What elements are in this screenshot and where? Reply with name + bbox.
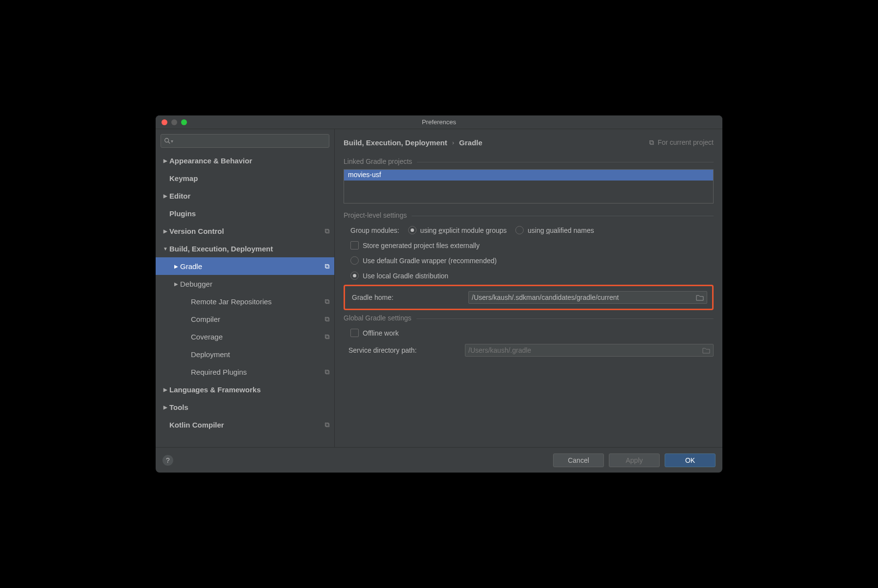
sidebar-item-label: Editor bbox=[169, 192, 330, 200]
radio-use-local[interactable]: Use local Gradle distribution bbox=[350, 271, 448, 280]
sidebar-item-required-plugins[interactable]: Required Plugins bbox=[156, 363, 334, 381]
sidebar-item-coverage[interactable]: Coverage bbox=[156, 328, 334, 345]
gradle-home-input[interactable]: /Users/kaush/.sdkman/candidates/gradle/c… bbox=[468, 291, 707, 304]
checkbox-store-external[interactable]: Store generated project files externally bbox=[350, 241, 480, 249]
sidebar-item-compiler[interactable]: Compiler bbox=[156, 310, 334, 328]
breadcrumb-leaf: Gradle bbox=[459, 138, 483, 147]
apply-button[interactable]: Apply bbox=[609, 453, 660, 467]
settings-tree: ▶Appearance & BehaviorKeymap▶EditorPlugi… bbox=[156, 152, 334, 447]
search-icon bbox=[164, 137, 171, 144]
svg-rect-13 bbox=[326, 371, 329, 374]
sidebar-item-label: Compiler bbox=[191, 315, 322, 323]
sidebar-item-label: Tools bbox=[169, 403, 330, 411]
sidebar-item-remote-jar-repositories[interactable]: Remote Jar Repositories bbox=[156, 293, 334, 310]
group-modules-row: Group modules: using explicit module gro… bbox=[344, 226, 714, 234]
sidebar-item-keymap[interactable]: Keymap bbox=[156, 169, 334, 187]
breadcrumb: Build, Execution, Deployment › Gradle Fo… bbox=[344, 135, 714, 150]
chevron-right-icon: ▶ bbox=[162, 228, 169, 234]
svg-rect-14 bbox=[325, 423, 328, 426]
sidebar: ▾ ▶Appearance & BehaviorKeymap▶EditorPlu… bbox=[156, 129, 335, 447]
service-dir-input[interactable]: /Users/kaush/.gradle bbox=[465, 344, 714, 357]
svg-rect-2 bbox=[325, 229, 328, 232]
sidebar-item-label: Debugger bbox=[180, 280, 330, 288]
sidebar-item-label: Required Plugins bbox=[191, 368, 322, 376]
sidebar-item-languages-frameworks[interactable]: ▶Languages & Frameworks bbox=[156, 381, 334, 398]
main-panel: Build, Execution, Deployment › Gradle Fo… bbox=[335, 129, 722, 447]
radio-explicit-groups[interactable]: using explicit module groups bbox=[408, 226, 507, 234]
project-scope-icon bbox=[324, 334, 330, 340]
radio-qualified-names[interactable]: using qualified names bbox=[515, 226, 594, 234]
radio-default-wrapper[interactable]: Use default Gradle wrapper (recommended) bbox=[350, 256, 497, 265]
sidebar-item-tools[interactable]: ▶Tools bbox=[156, 398, 334, 416]
copy-icon bbox=[648, 139, 655, 146]
radio-icon bbox=[350, 271, 359, 280]
offline-work-row: Offline work bbox=[344, 329, 714, 337]
minimize-window-button[interactable] bbox=[171, 119, 177, 125]
checkbox-offline-work[interactable]: Offline work bbox=[350, 329, 399, 337]
list-item[interactable]: movies-usf bbox=[344, 170, 713, 181]
close-window-button[interactable] bbox=[162, 119, 167, 125]
breadcrumb-parent[interactable]: Build, Execution, Deployment bbox=[344, 138, 447, 147]
sidebar-item-deployment[interactable]: Deployment bbox=[156, 345, 334, 363]
project-scope-icon bbox=[324, 298, 330, 305]
gradle-home-label: Gradle home: bbox=[352, 294, 460, 301]
window-controls bbox=[156, 119, 187, 125]
sidebar-item-version-control[interactable]: ▶Version Control bbox=[156, 222, 334, 240]
sidebar-item-label: Version Control bbox=[169, 227, 322, 235]
use-default-wrapper-row: Use default Gradle wrapper (recommended) bbox=[344, 256, 714, 265]
chevron-right-icon: ▶ bbox=[162, 387, 169, 392]
radio-icon bbox=[408, 226, 416, 234]
folder-icon[interactable] bbox=[696, 294, 704, 301]
ok-button[interactable]: OK bbox=[665, 453, 716, 467]
preferences-window: Preferences ▾ ▶Appearance & BehaviorKeym… bbox=[156, 115, 722, 473]
chevron-right-icon: ▶ bbox=[172, 281, 180, 287]
svg-rect-15 bbox=[326, 424, 329, 427]
sidebar-item-build-execution-deployment[interactable]: ▼Build, Execution, Deployment bbox=[156, 240, 334, 257]
svg-line-1 bbox=[168, 142, 170, 144]
section-project-level: Project-level settings bbox=[344, 211, 714, 219]
zoom-window-button[interactable] bbox=[181, 119, 187, 125]
svg-rect-7 bbox=[326, 300, 329, 304]
dialog-footer: ? Cancel Apply OK bbox=[156, 447, 722, 473]
sidebar-item-kotlin-compiler[interactable]: Kotlin Compiler bbox=[156, 416, 334, 433]
linked-projects-list[interactable]: movies-usf bbox=[344, 169, 714, 204]
svg-rect-5 bbox=[326, 265, 329, 269]
cancel-button[interactable]: Cancel bbox=[553, 453, 604, 467]
sidebar-item-gradle[interactable]: ▶Gradle bbox=[156, 257, 334, 275]
sidebar-item-label: Build, Execution, Deployment bbox=[169, 245, 330, 253]
svg-rect-10 bbox=[325, 335, 328, 338]
sidebar-item-plugins[interactable]: Plugins bbox=[156, 204, 334, 222]
sidebar-item-label: Languages & Frameworks bbox=[169, 385, 330, 394]
project-scope-icon bbox=[324, 228, 330, 234]
svg-point-0 bbox=[165, 138, 169, 142]
sidebar-item-label: Remote Jar Repositories bbox=[191, 297, 322, 306]
sidebar-item-label: Kotlin Compiler bbox=[169, 421, 322, 429]
checkbox-icon bbox=[350, 241, 359, 249]
sidebar-item-label: Appearance & Behavior bbox=[169, 157, 330, 165]
section-global: Global Gradle settings bbox=[344, 314, 714, 322]
sidebar-item-appearance-behavior[interactable]: ▶Appearance & Behavior bbox=[156, 152, 334, 169]
sidebar-item-label: Deployment bbox=[191, 350, 330, 359]
checkbox-icon bbox=[350, 329, 359, 337]
sidebar-item-label: Keymap bbox=[169, 174, 330, 182]
folder-icon[interactable] bbox=[702, 347, 710, 354]
help-button[interactable]: ? bbox=[162, 455, 173, 466]
project-scope-icon bbox=[324, 369, 330, 375]
svg-rect-11 bbox=[326, 336, 329, 339]
window-title: Preferences bbox=[156, 118, 722, 126]
sidebar-item-label: Gradle bbox=[180, 262, 322, 271]
scope-badge: For current project bbox=[648, 138, 714, 146]
project-scope-icon bbox=[324, 422, 330, 428]
search-input[interactable]: ▾ bbox=[161, 134, 329, 148]
chevron-right-icon: ▶ bbox=[162, 405, 169, 410]
dropdown-caret-icon: ▾ bbox=[171, 138, 173, 144]
sidebar-item-label: Plugins bbox=[169, 209, 330, 218]
sidebar-item-editor[interactable]: ▶Editor bbox=[156, 187, 334, 204]
gradle-home-highlight: Gradle home: /Users/kaush/.sdkman/candid… bbox=[344, 285, 714, 310]
project-scope-icon bbox=[324, 316, 330, 322]
svg-rect-8 bbox=[325, 317, 328, 320]
svg-rect-4 bbox=[325, 264, 328, 268]
radio-icon bbox=[515, 226, 524, 234]
titlebar: Preferences bbox=[156, 115, 722, 129]
sidebar-item-debugger[interactable]: ▶Debugger bbox=[156, 275, 334, 293]
